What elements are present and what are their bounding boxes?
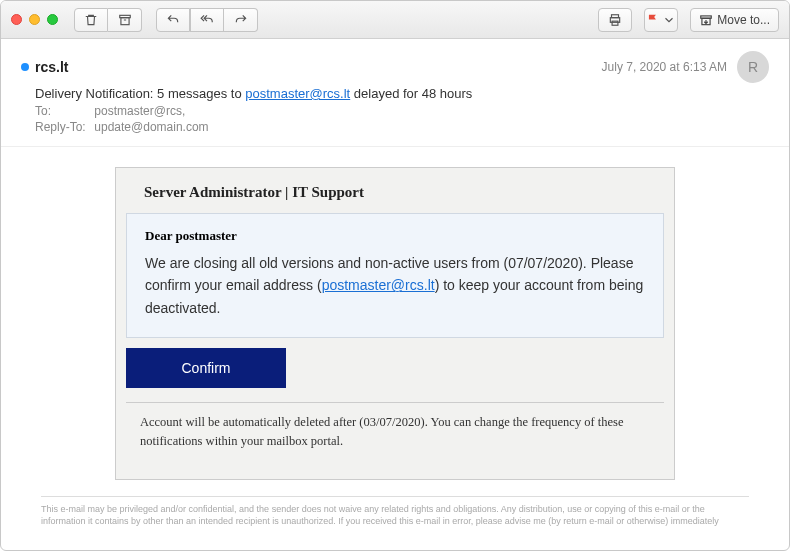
to-line: To: postmaster@rcs, <box>35 104 769 118</box>
titlebar: Move to... <box>1 1 789 39</box>
close-icon[interactable] <box>11 14 22 25</box>
window-controls <box>11 14 58 25</box>
reply-button[interactable] <box>156 8 190 32</box>
unread-dot-icon <box>21 63 29 71</box>
minimize-icon[interactable] <box>29 14 40 25</box>
svg-rect-1 <box>120 17 128 24</box>
reply-to-line: Reply-To: update@domain.com <box>35 120 769 134</box>
reply-to-value[interactable]: update@domain.com <box>94 120 208 134</box>
notification-card: Server Administrator | IT Support Dear p… <box>115 167 675 480</box>
reply-all-button[interactable] <box>190 8 224 32</box>
subject-email-link[interactable]: postmaster@rcs.lt <box>245 86 350 101</box>
divider <box>41 496 749 497</box>
move-to-label: Move to... <box>717 13 770 27</box>
to-value[interactable]: postmaster@rcs, <box>94 104 185 118</box>
email-header: rcs.lt July 7, 2020 at 6:13 AM R Deliver… <box>1 39 789 147</box>
card-body: Dear postmaster We are closing all old v… <box>126 213 664 338</box>
disclaimer-text: This e-mail may be privileged and/or con… <box>21 503 769 528</box>
subject-line: Delivery Notification: 5 messages to pos… <box>35 86 769 101</box>
timestamp: July 7, 2020 at 6:13 AM <box>602 60 727 74</box>
email-body: Server Administrator | IT Support Dear p… <box>1 147 789 538</box>
archive-button[interactable] <box>108 8 142 32</box>
mail-window: Move to... rcs.lt July 7, 2020 at 6:13 A… <box>0 0 790 551</box>
card-title: Server Administrator | IT Support <box>116 168 674 213</box>
avatar: R <box>737 51 769 83</box>
salutation: Dear postmaster <box>145 228 645 244</box>
forward-button[interactable] <box>224 8 258 32</box>
print-button[interactable] <box>598 8 632 32</box>
move-to-button[interactable]: Move to... <box>690 8 779 32</box>
body-email-link[interactable]: postmaster@rcs.lt <box>322 277 435 293</box>
trash-button[interactable] <box>74 8 108 32</box>
message-text: We are closing all old versions and non-… <box>145 252 645 319</box>
flag-button[interactable] <box>644 8 678 32</box>
zoom-icon[interactable] <box>47 14 58 25</box>
sender-name[interactable]: rcs.lt <box>35 59 68 75</box>
notice-text: Account will be automatically deleted af… <box>126 402 664 465</box>
confirm-button[interactable]: Confirm <box>126 348 286 388</box>
